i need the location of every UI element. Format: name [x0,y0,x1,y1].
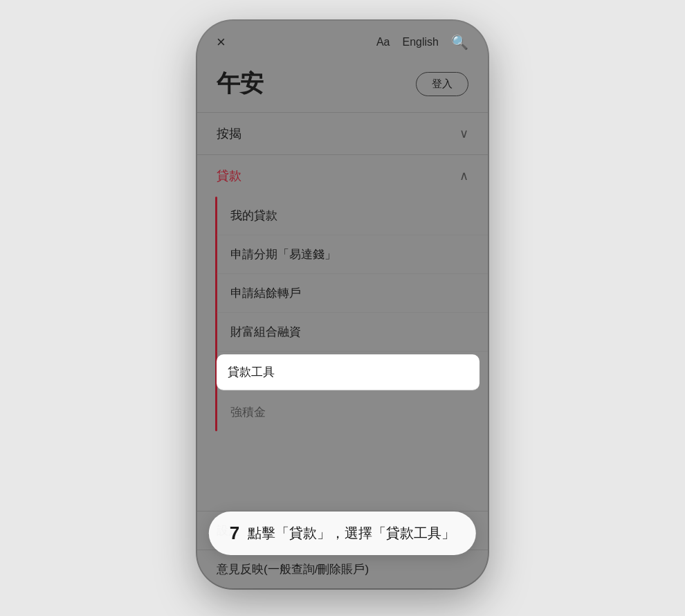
greeting-text: 午安 [217,68,264,100]
phone-screen: × Aa English 🔍 午安 登入 按揭 ∨ [197,21,488,588]
loan-header[interactable]: 貸款 ∧ [197,155,488,197]
scene: × Aa English 🔍 午安 登入 按揭 ∨ [0,0,685,616]
greeting-row: 午安 登入 [197,61,488,112]
list-item-partial[interactable]: 強積金 [217,393,488,431]
phone-shell: × Aa English 🔍 午安 登入 按揭 ∨ [197,21,488,588]
loan-tools-item[interactable]: 貸款工具 [217,354,480,390]
top-bar-right: Aa English 🔍 [376,34,468,51]
instruction-box: 7 點擊「貸款」，選擇「貸款工具」 [209,511,476,555]
close-icon[interactable]: × [217,33,226,51]
login-button[interactable]: 登入 [416,72,468,96]
menu-section-loan: 貸款 ∧ 我的貸款 申請分期「易達錢」 申請結餘轉戶 財富組合融資 貸款工具 強… [197,154,488,431]
mortgage-label: 按揭 [217,125,241,142]
top-bar: × Aa English 🔍 [197,21,488,61]
search-icon[interactable]: 🔍 [451,34,468,51]
list-item[interactable]: 財富組合融資 [217,313,488,352]
feedback-item[interactable]: 意見反映(一般查詢/刪除賬戶) [197,550,488,588]
loan-chevron: ∧ [459,168,468,183]
mortgage-header[interactable]: 按揭 ∨ [197,113,488,154]
font-size-icon[interactable]: Aa [376,36,390,48]
mortgage-chevron: ∨ [459,126,468,141]
language-selector[interactable]: English [403,36,439,48]
list-item[interactable]: 我的貸款 [217,197,488,235]
list-item[interactable]: 申請結餘轉戶 [217,274,488,313]
loan-submenu: 我的貸款 申請分期「易達錢」 申請結餘轉戶 財富組合融資 貸款工具 強積金 [197,197,488,431]
menu-section-mortgage: 按揭 ∨ [197,112,488,154]
instruction-text: 點擊「貸款」，選擇「貸款工具」 [248,524,455,543]
list-item[interactable]: 申請分期「易達錢」 [217,235,488,274]
loan-label: 貸款 [217,167,241,184]
instruction-number: 7 [230,523,239,544]
